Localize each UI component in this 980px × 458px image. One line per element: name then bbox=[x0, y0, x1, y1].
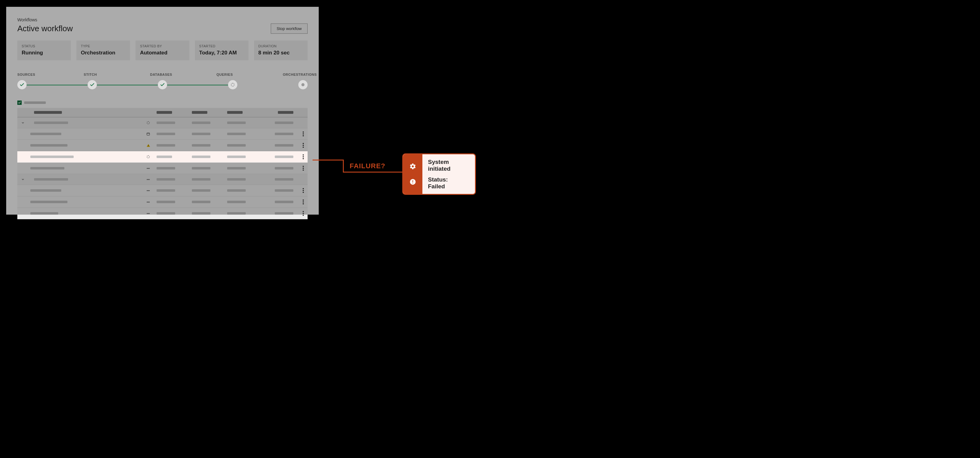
table-row[interactable] bbox=[18, 197, 308, 208]
skeleton-text bbox=[30, 155, 74, 158]
stop-workflow-button[interactable]: Stop workflow bbox=[271, 24, 308, 34]
workflow-panel: Workflows Active workflow Stop workflow … bbox=[6, 7, 319, 215]
table-row[interactable] bbox=[18, 128, 308, 140]
table-row-group[interactable] bbox=[18, 174, 308, 185]
alert-icon bbox=[409, 178, 417, 186]
card-label: STARTED bbox=[199, 44, 244, 48]
table-row-highlighted[interactable] bbox=[18, 151, 308, 163]
card-status: STATUS Running bbox=[18, 41, 71, 60]
pipeline-step-label: STITCH bbox=[84, 73, 108, 76]
skeleton-text bbox=[30, 212, 58, 215]
summary-cards: STATUS Running TYPE Orchestration STARTE… bbox=[18, 41, 308, 60]
skeleton-text bbox=[227, 144, 246, 147]
skeleton-text bbox=[192, 167, 210, 170]
row-menu-button[interactable] bbox=[302, 200, 304, 204]
skeleton-text bbox=[157, 178, 175, 181]
pipeline-step-label: DATABASES bbox=[150, 73, 175, 76]
spinner-icon bbox=[146, 155, 150, 159]
svg-rect-2 bbox=[148, 145, 148, 146]
skeleton-text bbox=[275, 133, 293, 135]
card-value: Automated bbox=[140, 50, 185, 56]
pipeline-connector bbox=[162, 85, 233, 86]
row-menu-button[interactable] bbox=[302, 132, 304, 136]
callout-icon-strip bbox=[403, 154, 422, 194]
svg-rect-3 bbox=[148, 146, 148, 146]
annotation-connector bbox=[343, 160, 344, 172]
pipeline-node-queries[interactable] bbox=[228, 80, 237, 89]
row-menu-button[interactable] bbox=[302, 211, 304, 216]
annotation-callout: Systeminitiated Status:Failed bbox=[402, 154, 476, 195]
card-label: STARTED BY bbox=[140, 44, 185, 48]
skeleton-text bbox=[157, 212, 175, 215]
pipeline-step-label: QUERIES bbox=[216, 73, 241, 76]
breadcrumb[interactable]: Workflows bbox=[18, 17, 308, 22]
dash-icon bbox=[146, 200, 150, 204]
skeleton-text bbox=[157, 201, 175, 203]
skeleton-text bbox=[157, 189, 175, 192]
annotation-connector bbox=[313, 160, 344, 160]
skeleton-text bbox=[30, 201, 67, 203]
skeleton-text bbox=[157, 167, 175, 170]
check-icon bbox=[160, 82, 165, 87]
card-started-by: STARTED BY Automated bbox=[135, 41, 189, 60]
dash-icon bbox=[146, 177, 150, 182]
table-row[interactable] bbox=[18, 185, 308, 197]
calendar-icon bbox=[146, 132, 150, 136]
skeleton-text bbox=[157, 133, 175, 135]
check-icon bbox=[18, 101, 21, 104]
pipeline-step-label: SOURCES bbox=[18, 73, 42, 76]
skeleton-text bbox=[24, 101, 46, 104]
skeleton-text bbox=[275, 178, 293, 181]
select-all-checkbox[interactable] bbox=[18, 100, 22, 105]
skeleton-text bbox=[275, 167, 293, 170]
pipeline-node-databases[interactable] bbox=[158, 80, 167, 89]
check-icon bbox=[90, 82, 95, 87]
svg-rect-0 bbox=[147, 133, 150, 135]
pipeline-connector bbox=[233, 85, 303, 86]
skeleton-text bbox=[227, 212, 246, 215]
card-label: DURATION bbox=[258, 44, 303, 48]
card-value: Orchestration bbox=[81, 50, 126, 56]
row-menu-button[interactable] bbox=[302, 188, 304, 193]
pipeline: SOURCES STITCH DATABASES QUERIES ORCHEST… bbox=[18, 73, 308, 90]
table-row-group[interactable] bbox=[18, 117, 308, 128]
skeleton-text bbox=[192, 144, 210, 147]
skeleton-text bbox=[34, 122, 68, 124]
pipeline-step-label: ORCHESTRATIONS bbox=[283, 73, 308, 76]
skeleton-text bbox=[34, 111, 62, 114]
skeleton-text bbox=[227, 122, 246, 124]
skeleton-text bbox=[157, 111, 172, 114]
table-row[interactable] bbox=[18, 163, 308, 174]
skeleton-text bbox=[227, 189, 246, 192]
chevron-down-icon[interactable] bbox=[21, 177, 25, 181]
pipeline-node-sources[interactable] bbox=[18, 80, 27, 89]
pipeline-connector bbox=[92, 85, 162, 86]
callout-text: Systeminitiated bbox=[428, 158, 450, 172]
row-menu-button[interactable] bbox=[302, 166, 304, 171]
chevron-down-icon[interactable] bbox=[21, 121, 25, 125]
row-menu-button[interactable] bbox=[302, 154, 304, 159]
skeleton-text bbox=[192, 133, 210, 135]
skeleton-text bbox=[192, 212, 210, 215]
pipeline-node-stitch[interactable] bbox=[88, 80, 97, 89]
skeleton-text bbox=[192, 178, 210, 181]
table-row[interactable] bbox=[18, 140, 308, 151]
pipeline-node-orchestrations[interactable] bbox=[298, 80, 308, 89]
skeleton-text bbox=[275, 201, 293, 203]
skeleton-text bbox=[227, 155, 246, 158]
skeleton-text bbox=[30, 167, 64, 170]
table-row[interactable] bbox=[18, 208, 308, 219]
skeleton-text bbox=[227, 167, 246, 170]
skeleton-text bbox=[157, 155, 172, 158]
dash-icon bbox=[146, 211, 150, 216]
skeleton-text bbox=[157, 122, 175, 124]
card-label: STATUS bbox=[22, 44, 67, 48]
skeleton-text bbox=[34, 178, 68, 181]
row-menu-button[interactable] bbox=[302, 143, 304, 148]
card-value: Running bbox=[22, 50, 67, 56]
skeleton-text bbox=[227, 178, 246, 181]
skeleton-text bbox=[227, 111, 243, 114]
skeleton-text bbox=[30, 144, 67, 147]
annotation-connector bbox=[343, 172, 403, 173]
spinner-icon bbox=[231, 83, 235, 87]
